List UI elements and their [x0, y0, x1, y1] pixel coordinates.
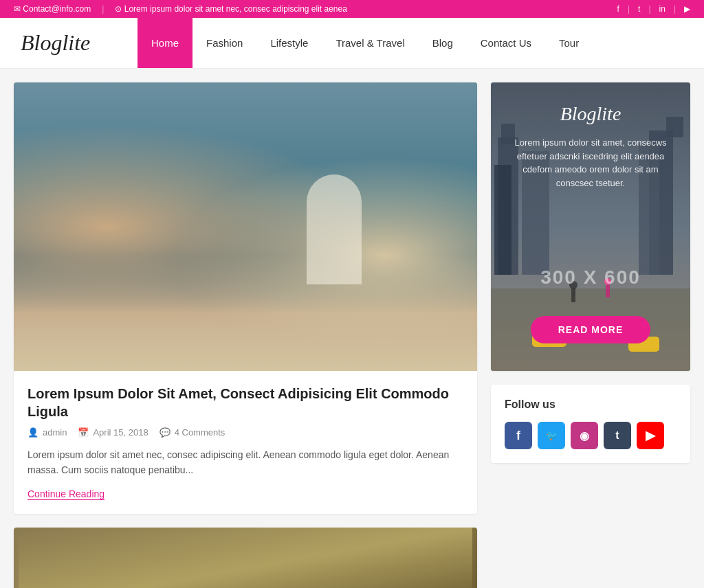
meta-date: 📅 April 15, 2018	[78, 427, 148, 438]
article-body-1: Lorem Ipsum Dolor Sit Amet, Consect Adip…	[14, 371, 477, 514]
nav-blog[interactable]: Blog	[419, 18, 467, 68]
meta-comments: 💬 4 Comments	[160, 427, 226, 438]
main-nav: Home Fashion Lifestyle Travel & Travel B…	[138, 18, 704, 68]
ad-content: Bloglite Lorem ipsum dolor sit amet, con…	[491, 82, 690, 371]
tagline: ⊙ Lorem ipsum dolor sit amet nec, consec…	[115, 4, 347, 14]
article-card-1: Lorem Ipsum Dolor Sit Amet, Consect Adip…	[14, 82, 477, 514]
ad-read-more-button[interactable]: READ MORE	[531, 316, 651, 343]
content-area: Lorem Ipsum Dolor Sit Amet, Consect Adip…	[14, 82, 477, 588]
logo-area: Bloglite	[0, 18, 138, 68]
header: Bloglite Home Fashion Lifestyle Travel &…	[0, 18, 704, 69]
article-title-1: Lorem Ipsum Dolor Sit Amet, Consect Adip…	[28, 385, 463, 420]
ad-logo: Bloglite	[560, 103, 622, 125]
twitter-topbar-icon[interactable]: t	[638, 4, 640, 14]
top-bar: ✉ Contact@info.com | ⊙ Lorem ipsum dolor…	[0, 0, 704, 18]
follow-twitter-icon[interactable]: 🐦	[538, 422, 565, 449]
social-icons: f 🐦 ◉ t ▶	[505, 422, 676, 449]
top-bar-left: ✉ Contact@info.com | ⊙ Lorem ipsum dolor…	[14, 4, 347, 14]
article-excerpt-1: Lorem ipsum dolor sit amet nec, consec a…	[28, 447, 463, 478]
nav-lifestyle[interactable]: Lifestyle	[256, 18, 322, 68]
ad-text: Lorem ipsum dolor sit amet, consecws eft…	[505, 136, 676, 190]
nav-tour[interactable]: Tour	[545, 18, 593, 68]
calendar-icon: 📅	[78, 427, 89, 438]
svg-rect-4	[19, 528, 472, 588]
ad-size: 300 X 600	[540, 267, 641, 289]
follow-tumblr-icon[interactable]: t	[604, 422, 631, 449]
svg-point-3	[251, 163, 267, 183]
site-logo[interactable]: Bloglite	[21, 30, 90, 56]
clock-icon: ⊙	[115, 4, 124, 14]
follow-title: Follow us	[505, 398, 676, 411]
nav-contact[interactable]: Contact Us	[467, 18, 545, 68]
top-bar-social: f | t | in | ▶	[617, 4, 690, 14]
main-wrapper: Lorem Ipsum Dolor Sit Amet, Consect Adip…	[0, 69, 704, 588]
svg-rect-1	[74, 185, 417, 323]
follow-instagram-icon[interactable]: ◉	[571, 422, 598, 449]
nav-travel[interactable]: Travel & Travel	[322, 18, 418, 68]
article-image-2	[14, 528, 477, 588]
sidebar: Bloglite Lorem ipsum dolor sit amet, con…	[491, 82, 690, 588]
nav-fashion[interactable]: Fashion	[192, 18, 256, 68]
svg-point-2	[240, 171, 278, 179]
facebook-topbar-icon[interactable]: f	[617, 4, 619, 14]
email-link[interactable]: ✉ Contact@info.com	[14, 4, 91, 14]
nav-home[interactable]: Home	[138, 18, 192, 68]
follow-widget: Follow us f 🐦 ◉ t ▶	[491, 385, 690, 463]
mail-icon: ✉	[14, 4, 23, 14]
svg-rect-0	[19, 82, 472, 371]
article2-hero-svg	[14, 528, 477, 588]
follow-youtube-icon[interactable]: ▶	[637, 422, 664, 449]
comment-icon: 💬	[160, 427, 170, 438]
meta-author: 👤 admin	[28, 427, 67, 438]
ad-widget: Bloglite Lorem ipsum dolor sit amet, con…	[491, 82, 690, 371]
continue-reading-link[interactable]: Continue Reading	[28, 488, 104, 500]
follow-facebook-icon[interactable]: f	[505, 422, 532, 449]
article-image-1	[14, 82, 477, 371]
article-card-2	[14, 528, 477, 588]
article-meta-1: 👤 admin 📅 April 15, 2018 💬 4 Comments	[28, 427, 463, 438]
ad-block: Bloglite Lorem ipsum dolor sit amet, con…	[491, 82, 690, 371]
linkedin-topbar-icon[interactable]: in	[659, 4, 666, 14]
youtube-topbar-icon[interactable]: ▶	[684, 4, 690, 14]
divider: |	[102, 4, 104, 14]
person-icon: 👤	[28, 427, 38, 438]
article-hero-svg	[14, 82, 477, 371]
